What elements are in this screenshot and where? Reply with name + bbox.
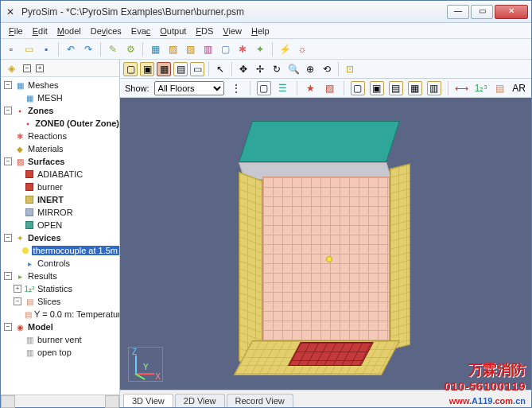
redo-icon[interactable]: ↷ bbox=[81, 42, 95, 56]
tree-devices[interactable]: −✦Devices bbox=[1, 231, 119, 244]
open-icon[interactable]: ▭ bbox=[21, 42, 36, 56]
tree-mode-icon[interactable]: ◈ bbox=[4, 61, 18, 76]
vt-reset-icon[interactable]: ⟲ bbox=[320, 62, 334, 76]
ctx-p1-icon[interactable]: ▢ bbox=[351, 81, 365, 95]
tab-3d[interactable]: 3D View bbox=[123, 394, 173, 407]
menu-file[interactable]: File bbox=[4, 25, 28, 37]
vt-outline-icon[interactable]: ▭ bbox=[190, 62, 204, 76]
hole-icon[interactable]: ▢ bbox=[218, 42, 232, 56]
tool2-icon[interactable]: ⚙ bbox=[123, 42, 138, 56]
vt-target-icon[interactable]: ⊡ bbox=[343, 62, 357, 76]
tree-results[interactable]: −▸Results bbox=[1, 270, 119, 282]
ctx-surf-icon[interactable]: ▨ bbox=[323, 81, 337, 95]
ctx-stats-icon[interactable]: 1₂³ bbox=[474, 81, 488, 95]
ctx-p2-icon[interactable]: ▣ bbox=[370, 81, 384, 95]
model-tree[interactable]: −▦Meshes ▦MESH −▪Zones ▪ZONE0 (Outer Zon… bbox=[1, 77, 119, 394]
tree-controls[interactable]: ▸Controls bbox=[1, 257, 119, 270]
tab-record[interactable]: Record View bbox=[227, 394, 293, 407]
tree-surf-adiabatic[interactable]: ADIABATIC bbox=[1, 168, 119, 181]
burner-surface bbox=[288, 342, 374, 366]
ctx-reaction-icon[interactable]: ★ bbox=[304, 81, 318, 95]
tree-slices[interactable]: −▤Slices bbox=[1, 295, 119, 308]
vt-mesh-icon[interactable]: ▦ bbox=[157, 62, 171, 76]
window-title: PyroSim - *C:\PyroSim Examples\Burner\bu… bbox=[21, 6, 447, 17]
floor-config-icon[interactable]: ⋮ bbox=[229, 81, 243, 95]
vt-zoomin-icon[interactable]: ⊕ bbox=[303, 62, 317, 76]
ctx-dim-icon[interactable]: ⟷ bbox=[455, 81, 469, 95]
expand-minus-icon[interactable]: − bbox=[23, 64, 31, 72]
run-icon[interactable]: ⚡ bbox=[278, 42, 292, 56]
tree-statistics[interactable]: +1₂³Statistics bbox=[1, 282, 119, 295]
tree-model[interactable]: −◉Model bbox=[1, 321, 119, 333]
menu-fds[interactable]: FDS bbox=[191, 25, 218, 37]
devc-icon[interactable]: ✦ bbox=[253, 42, 267, 56]
floor-select[interactable]: All Floors bbox=[154, 81, 224, 95]
tab-2d[interactable]: 2D View bbox=[175, 394, 225, 407]
part-icon[interactable]: ✱ bbox=[235, 42, 250, 56]
menu-model[interactable]: Model bbox=[52, 25, 86, 37]
ctx-p4-icon[interactable]: ▦ bbox=[408, 81, 422, 95]
menu-view[interactable]: View bbox=[218, 25, 247, 37]
menu-edit[interactable]: Edit bbox=[28, 25, 52, 37]
tree-surf-open[interactable]: OPEN bbox=[1, 219, 119, 231]
tree-meshes[interactable]: −▦Meshes bbox=[1, 79, 119, 91]
tree-mesh-item[interactable]: ▦MESH bbox=[1, 91, 119, 104]
vt-orbit-icon[interactable]: ↻ bbox=[270, 62, 284, 76]
view-toolbar: ▢ ▣ ▦ ▤ ▭ ↖ ✥ ✢ ↻ 🔍 ⊕ ⟲ ⊡ bbox=[120, 60, 531, 79]
ctx-green-icon[interactable]: ☰ bbox=[276, 81, 290, 95]
expand-plus-icon[interactable]: + bbox=[36, 64, 44, 72]
menubar: File Edit Model Devices Evac Output FDS … bbox=[1, 23, 531, 39]
surf-icon[interactable]: ▨ bbox=[165, 42, 180, 56]
vt-select-icon[interactable]: ↖ bbox=[213, 62, 227, 76]
tree-burner-vent[interactable]: ▥burner vent bbox=[1, 333, 119, 346]
maximize-button[interactable]: ▭ bbox=[471, 5, 493, 19]
menu-devices[interactable]: Devices bbox=[86, 25, 126, 37]
minimize-button[interactable]: — bbox=[447, 5, 469, 19]
ctx-box-icon[interactable]: ▢ bbox=[257, 81, 271, 95]
axis-z: Z bbox=[132, 348, 137, 356]
ctx-p3-icon[interactable]: ▤ bbox=[389, 81, 403, 95]
close-button[interactable]: ✕ bbox=[495, 5, 528, 19]
vt-group-icon[interactable]: ▤ bbox=[173, 62, 188, 76]
smv-icon[interactable]: ☼ bbox=[295, 42, 309, 56]
tree-slice-y0[interactable]: ▤Y = 0.0 m: Temperature bbox=[1, 308, 119, 321]
tree-open-top[interactable]: ▥open top bbox=[1, 346, 119, 359]
menu-output[interactable]: Output bbox=[155, 25, 191, 37]
tree-scrollbar[interactable] bbox=[1, 394, 119, 407]
tree-zone0[interactable]: ▪ZONE0 (Outer Zone) bbox=[1, 117, 119, 130]
vt-wire-icon[interactable]: ▢ bbox=[123, 62, 138, 76]
3d-viewport[interactable]: Z X Y bbox=[120, 98, 531, 390]
menu-help[interactable]: Help bbox=[247, 25, 274, 37]
tree-surf-burner[interactable]: burner bbox=[1, 181, 119, 193]
view-tabs: 3D View 2D View Record View bbox=[120, 390, 531, 407]
show-row: Show: All Floors ⋮ ▢ ☰ ★ ▨ ▢ ▣ ▤ ▦ ▥ ⟷ 1… bbox=[120, 79, 531, 98]
vt-zoom-icon[interactable]: 🔍 bbox=[286, 62, 301, 76]
tree-pane: ◈ − + −▦Meshes ▦MESH −▪Zones ▪ZONE0 (Out… bbox=[1, 60, 120, 407]
undo-icon[interactable]: ↶ bbox=[64, 42, 78, 56]
mesh-icon[interactable]: ▦ bbox=[148, 42, 162, 56]
tree-reactions[interactable]: ✱Reactions bbox=[1, 130, 119, 142]
tree-surfaces[interactable]: −▨Surfaces bbox=[1, 155, 119, 168]
axis-y: Y bbox=[143, 363, 149, 371]
vt-move-icon[interactable]: ✢ bbox=[253, 62, 267, 76]
tool-icon[interactable]: ✎ bbox=[106, 42, 120, 56]
axis-indicator: Z X Y bbox=[128, 347, 163, 382]
tree-surf-inert[interactable]: INERT bbox=[1, 193, 119, 206]
vt-solid-icon[interactable]: ▣ bbox=[140, 62, 154, 76]
tree-thermocouple[interactable]: thermocouple at 1.5m bbox=[1, 244, 119, 257]
tree-materials[interactable]: ◆Materials bbox=[1, 142, 119, 155]
show-label: Show: bbox=[125, 84, 150, 93]
new-icon[interactable]: ▫ bbox=[4, 42, 18, 56]
ctx-slice-icon[interactable]: ▤ bbox=[493, 81, 507, 95]
ctx-ar-icon[interactable]: AR bbox=[512, 81, 526, 95]
ctx-p5-icon[interactable]: ▥ bbox=[427, 81, 441, 95]
tree-zones[interactable]: −▪Zones bbox=[1, 104, 119, 117]
menu-evac[interactable]: Evac bbox=[126, 25, 155, 37]
vent-icon[interactable]: ▥ bbox=[200, 42, 215, 56]
save-icon[interactable]: ▪ bbox=[39, 42, 53, 56]
model-geometry bbox=[239, 121, 414, 367]
vt-pan-icon[interactable]: ✥ bbox=[236, 62, 250, 76]
obst-icon[interactable]: ▧ bbox=[183, 42, 197, 56]
titlebar: ✕ PyroSim - *C:\PyroSim Examples\Burner\… bbox=[1, 1, 531, 23]
tree-surf-mirror[interactable]: MIRROR bbox=[1, 206, 119, 219]
